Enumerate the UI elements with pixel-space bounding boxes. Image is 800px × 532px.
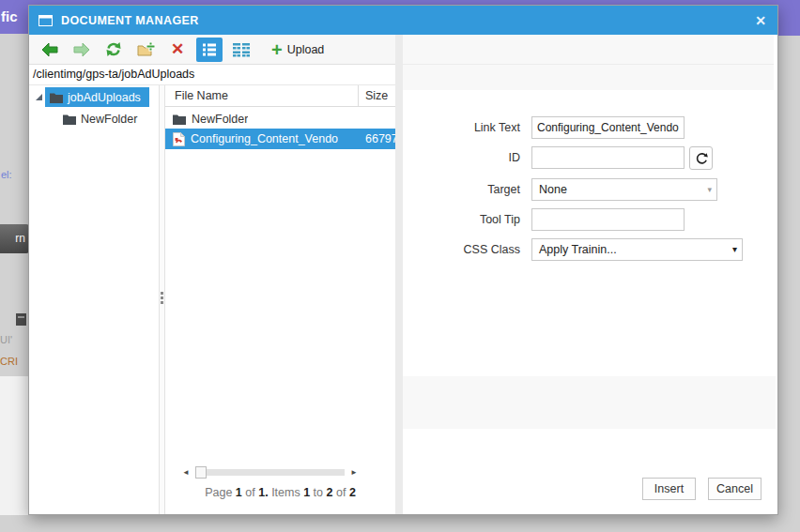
current-path: /clientimg/gps-ta/jobAdUploads — [29, 65, 395, 85]
properties-header-band — [403, 35, 774, 90]
column-header-size[interactable]: Size — [365, 85, 388, 106]
cancel-button[interactable]: Cancel — [708, 478, 762, 500]
link-text-label: Link Text — [403, 116, 520, 139]
background-page-icon — [16, 313, 26, 326]
tree-expand-icon[interactable] — [36, 94, 42, 100]
background-header-left: fic — [0, 0, 30, 34]
grid-view-icon — [232, 42, 251, 57]
folder-tree: jobAdUploads NewFolder — [29, 85, 159, 514]
background-button-fragment: rn — [0, 224, 29, 253]
upload-label: Upload — [287, 43, 325, 56]
screen: fic el: rn UI' CRI DOCUMENT MANAGER ✕ — [0, 0, 800, 532]
dialog-title: DOCUMENT MANAGER — [61, 14, 199, 27]
background-text-fragment-1: UI' — [0, 334, 12, 345]
new-folder-button[interactable] — [132, 38, 159, 62]
link-text-input[interactable] — [531, 116, 685, 139]
back-button[interactable] — [37, 38, 63, 62]
properties-panel: Link Text ID Target None ▾ — [403, 35, 777, 514]
file-row-selected[interactable]: Configuring_Content_Vendo 66797 — [165, 129, 395, 149]
scroll-right-icon[interactable]: ► — [350, 465, 358, 479]
folder-plus-icon — [137, 42, 155, 57]
refresh-button[interactable] — [100, 38, 127, 62]
file-size: 66797 — [365, 132, 398, 145]
list-view-button[interactable] — [196, 38, 223, 62]
tree-item-newfolder[interactable]: NewFolder — [58, 109, 146, 129]
file-name: Configuring_Content_Vendo — [191, 132, 338, 145]
panel-divider — [395, 35, 403, 514]
scrollbar-thumb[interactable] — [195, 466, 207, 479]
dialog-toolbar: ✕ + — [29, 35, 395, 65]
pdf-file-icon — [173, 132, 185, 146]
close-icon[interactable]: ✕ — [755, 14, 766, 27]
arrow-left-icon — [41, 42, 58, 57]
scroll-left-icon[interactable]: ◄ — [182, 465, 190, 479]
css-class-value: Apply Trainin... — [539, 243, 617, 256]
background-text-fragment-2: CRI — [0, 356, 18, 367]
folder-icon — [173, 114, 186, 125]
background-left-panel — [0, 376, 28, 515]
tree-item-label: NewFolder — [81, 113, 137, 126]
tooltip-input[interactable] — [531, 208, 685, 231]
target-label: Target — [403, 178, 520, 201]
folder-icon — [50, 92, 63, 103]
target-select[interactable]: None ▾ — [531, 178, 717, 201]
chevron-down-icon: ▾ — [732, 239, 737, 260]
upload-plus-icon: + — [271, 41, 283, 58]
column-header-filename[interactable]: File Name — [175, 85, 228, 106]
generate-id-button[interactable] — [689, 146, 713, 170]
list-view-icon — [201, 42, 218, 57]
horizontal-scrollbar[interactable]: ◄ ► — [182, 465, 358, 479]
target-value: None — [539, 183, 567, 196]
tree-item-label: jobAdUploads — [68, 91, 141, 104]
refresh-icon — [105, 41, 122, 57]
css-class-label: CSS Class — [403, 238, 520, 261]
id-label: ID — [403, 146, 520, 169]
panel-splitter[interactable] — [159, 85, 165, 514]
chevron-down-icon: ▾ — [707, 179, 712, 200]
window-icon — [38, 15, 53, 26]
file-row-newfolder[interactable]: NewFolder — [165, 109, 395, 129]
insert-button[interactable]: Insert — [642, 478, 696, 500]
delete-button[interactable]: ✕ — [164, 38, 191, 62]
scrollbar-track[interactable] — [195, 469, 345, 476]
grid-view-button[interactable] — [228, 38, 254, 62]
folder-icon — [63, 114, 76, 125]
rotate-icon — [695, 152, 708, 165]
document-manager-dialog: DOCUMENT MANAGER ✕ — [28, 5, 778, 515]
file-list-panel: File Name Size NewFolder Configuring_Con… — [165, 85, 395, 514]
tooltip-label: Tool Tip — [403, 208, 520, 231]
properties-footer-band — [403, 376, 776, 429]
file-list-header: File Name Size — [165, 85, 395, 107]
css-class-select[interactable]: Apply Trainin... ▾ — [531, 238, 743, 261]
forward-button[interactable] — [69, 38, 95, 62]
background-header-right — [778, 0, 800, 36]
id-input[interactable] — [531, 146, 685, 169]
column-divider — [358, 85, 359, 107]
arrow-right-icon — [73, 42, 90, 57]
dialog-titlebar[interactable]: DOCUMENT MANAGER ✕ — [29, 6, 777, 35]
background-link-fragment: el: — [1, 169, 12, 180]
splitter-grip-icon — [161, 290, 163, 306]
delete-x-icon: ✕ — [171, 41, 184, 57]
upload-button[interactable]: + Upload — [271, 41, 324, 58]
tree-item-jobaduploads[interactable]: jobAdUploads — [45, 87, 149, 107]
pager-status: Page 1 of 1. Items 1 to 2 of 2 — [165, 486, 395, 499]
file-name: NewFolder — [192, 113, 248, 126]
